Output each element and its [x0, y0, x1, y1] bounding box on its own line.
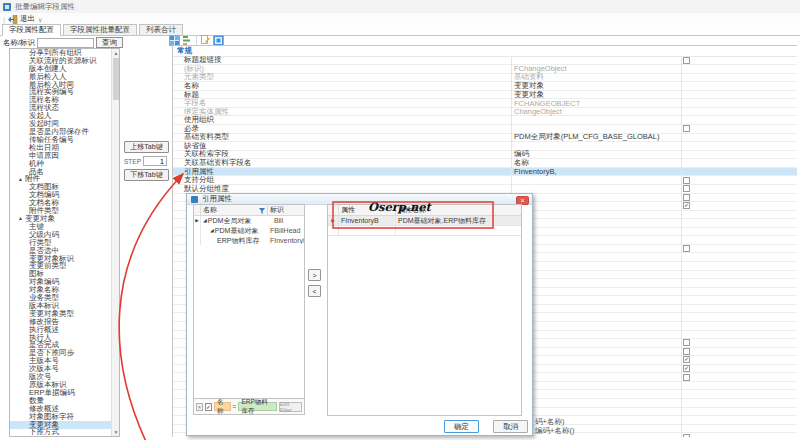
list-item[interactable]: 主键 — [10, 223, 113, 231]
edit-filter-button[interactable]: Edit Filter — [279, 402, 302, 412]
tree-node[interactable]: ◢PDM基础对象 — [201, 226, 268, 236]
checkbox[interactable] — [683, 125, 690, 132]
list-item[interactable]: 流程名称 — [10, 96, 113, 104]
list-item[interactable]: 文档图标 — [10, 183, 113, 191]
list-item[interactable]: 父级内码 — [10, 231, 113, 239]
tree-expander-icon[interactable]: ◢ — [203, 218, 207, 223]
scroll-thumb[interactable] — [113, 58, 119, 100]
add-property-button[interactable]: > — [308, 269, 321, 281]
scroll-down-icon[interactable]: ▼ — [112, 428, 120, 436]
list-item[interactable]: 数量 — [10, 397, 113, 405]
search-input[interactable] — [37, 38, 94, 48]
list-item[interactable]: 次版本号 — [10, 365, 113, 373]
list-item[interactable]: 行类型 — [10, 239, 113, 247]
property-name-column-header[interactable]: 属性名称 — [396, 205, 521, 215]
ok-button[interactable]: 确定 — [444, 420, 479, 433]
checkbox[interactable]: ✓ — [683, 365, 690, 372]
checkbox[interactable] — [683, 348, 690, 355]
move-up-tab-button[interactable]: 上移Tab键 — [124, 141, 169, 153]
property-check-cell — [681, 374, 797, 381]
group-expander-icon[interactable]: ▲ — [18, 177, 23, 182]
checkbox[interactable] — [683, 339, 690, 346]
list-item[interactable]: 对象图标字符 — [10, 413, 113, 421]
list-item[interactable]: 流程实例编号 — [10, 89, 113, 97]
list-item[interactable]: 发起人 — [10, 112, 113, 120]
list-item[interactable]: 申请原因 — [10, 152, 113, 160]
box-view-icon[interactable] — [213, 35, 224, 46]
tree-row[interactable]: ▶◢PDM全局对象_Bill — [194, 216, 304, 226]
filter-field-tag[interactable]: 名称 — [214, 402, 231, 411]
list-item[interactable]: 图标 — [10, 270, 113, 278]
scrollbar[interactable]: ▲ ▼ — [111, 49, 119, 436]
list-item[interactable]: 主版本号 — [10, 357, 113, 365]
query-button[interactable]: 查询 — [96, 37, 123, 48]
checkbox[interactable]: ✓ — [683, 356, 690, 363]
list-item[interactable]: 文档名称 — [10, 199, 113, 207]
property-id-cell: FInventoryB — [339, 216, 396, 225]
checkbox[interactable] — [683, 57, 690, 64]
toolbar-divider — [196, 35, 197, 45]
tab-field-property-config[interactable]: 字段属性配置 — [2, 24, 61, 36]
list-item[interactable]: 文档编码 — [10, 191, 113, 199]
tree-expander-icon[interactable]: ◢ — [210, 228, 214, 233]
list-group-item[interactable]: ▲变更对象 — [10, 215, 113, 223]
selected-property-row[interactable]: ▶FInventoryBPDM基础对象.ERP物料库存 — [328, 216, 521, 226]
property-column-header[interactable]: 属性 — [339, 205, 396, 215]
filter-enabled-checkbox[interactable]: ✓ — [205, 403, 212, 411]
dialog-title: 引用属性 — [202, 194, 232, 204]
list-item[interactable]: 传输任务编号 — [10, 136, 113, 144]
checkbox[interactable] — [683, 245, 690, 252]
list-item[interactable]: 变更对象类型 — [10, 310, 113, 318]
list-item[interactable]: 执行人 — [10, 334, 113, 342]
list-item[interactable]: 变更对象 — [10, 421, 113, 429]
alphabetical-sort-icon[interactable] — [182, 35, 193, 46]
list-item[interactable]: 修改报告 — [10, 318, 113, 326]
list-item[interactable]: 检出日期 — [10, 144, 113, 152]
property-name-cell: PDM基础对象.ERP物料库存 — [396, 216, 521, 226]
list-item[interactable]: 执行概述 — [10, 326, 113, 334]
remove-property-button[interactable]: < — [308, 285, 321, 297]
move-down-tab-button[interactable]: 下移Tab键 — [124, 169, 169, 181]
chevron-down-icon[interactable]: ∨ — [38, 16, 42, 23]
list-group-item[interactable]: ▲附件 — [10, 176, 113, 184]
id-column-header[interactable]: 标识 — [268, 205, 304, 215]
list-item[interactable]: 机种 — [10, 160, 113, 168]
list-item[interactable]: 是否下推同步 — [10, 349, 113, 357]
categorized-view-icon[interactable] — [169, 35, 180, 46]
tree-node[interactable]: ERP物料库存 — [201, 236, 268, 246]
row-indicator — [194, 236, 201, 246]
list-item[interactable]: 下推方式 — [10, 429, 113, 437]
column-divider — [681, 57, 682, 438]
filter-clear-button[interactable]: × — [196, 403, 203, 411]
filter-funnel-icon[interactable] — [259, 208, 265, 214]
checkbox[interactable] — [683, 374, 690, 381]
tree-row[interactable]: ◢PDM基础对象FBillHead — [194, 226, 304, 236]
list-item[interactable]: 流程状态 — [10, 104, 113, 112]
exit-button[interactable]: 退出 — [20, 14, 35, 24]
field-list: 分享到所有组织关联流程的资源标识版本创建人最后检入人最后检入时间流程实例编号流程… — [10, 49, 113, 436]
list-item[interactable]: 对象编码 — [10, 278, 113, 286]
checkbox[interactable]: ✓ — [683, 202, 690, 209]
scroll-up-icon[interactable]: ▲ — [112, 49, 120, 57]
cancel-button[interactable]: 取消 — [493, 420, 528, 433]
edit-page-icon[interactable] — [200, 35, 211, 46]
checkbox[interactable] — [683, 434, 690, 437]
property-check-cell: ✓ — [681, 365, 797, 372]
tab-field-property-batch-config[interactable]: 字段属性批量配置 — [63, 24, 137, 35]
checkbox[interactable] — [683, 185, 690, 192]
group-expander-icon[interactable]: ▲ — [18, 216, 23, 221]
tree-node[interactable]: ◢PDM全局对象 — [201, 216, 268, 226]
list-item[interactable]: 变更前类型 — [10, 262, 113, 270]
filter-value-tag[interactable]: ERP物料库存 — [238, 402, 276, 411]
property-value: PDM全局对象(PLM_CFG_BASE_GLOBAL) — [511, 132, 681, 142]
step-input[interactable] — [143, 156, 167, 166]
checkbox[interactable] — [683, 177, 690, 184]
name-column-header[interactable]: 名称 — [201, 205, 268, 215]
selected-property-row[interactable] — [328, 226, 521, 236]
list-item[interactable]: ERP单据编码 — [10, 389, 113, 397]
selected-grid-header: 属性 属性名称 — [328, 205, 521, 216]
list-item[interactable]: 业务类型 — [10, 294, 113, 302]
list-item[interactable]: 对象名称 — [10, 286, 113, 294]
tree-row[interactable]: ERP物料库存FInventoryB — [194, 236, 304, 246]
checkbox[interactable] — [683, 194, 690, 201]
